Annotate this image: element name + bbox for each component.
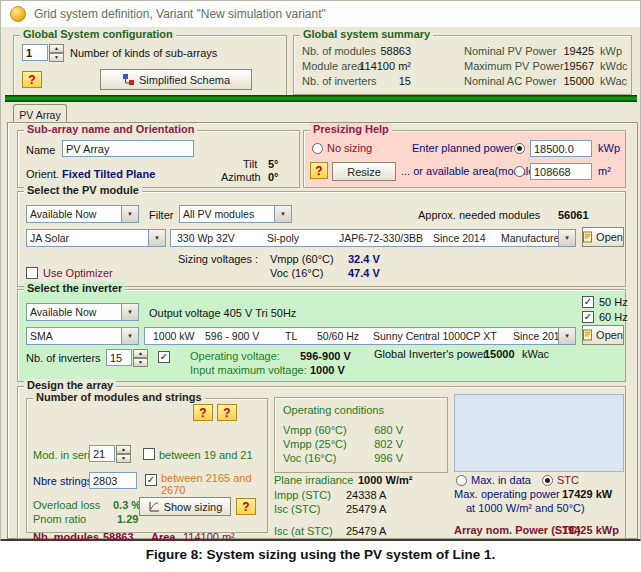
spinner-up-icon[interactable]: ▲ — [49, 44, 64, 53]
input-max-voltage-value: 1000 V — [310, 364, 345, 376]
subarray-kinds-stepper[interactable]: ▲ ▼ — [49, 44, 64, 62]
strings-label: Nbre strings — [33, 475, 92, 487]
impp-stc-value: 24338 A — [346, 489, 386, 501]
presizing-help-button[interactable]: ? — [310, 162, 328, 179]
max-in-data-label: Max. in data — [471, 474, 531, 486]
op-vmpp25-value: 802 V — [353, 438, 403, 450]
strings-input[interactable]: 2803 — [89, 472, 137, 489]
planned-power-radio[interactable] — [514, 143, 525, 154]
green-separator — [5, 95, 637, 102]
output-voltage-label: Output voltage 405 V Tri 50Hz — [149, 307, 296, 319]
spinner-down-icon[interactable]: ▼ — [49, 53, 64, 62]
inverter-group: Select the inverter Available Now ▼ Outp… — [17, 289, 626, 382]
global-config-group: Global System configuration 1 ▲ ▼ Number… — [13, 35, 287, 99]
module-manufacturer-select[interactable]: JA Solar ▼ — [26, 229, 166, 247]
use-optimizer-checkbox[interactable] — [26, 267, 38, 279]
use-optimizer-label: Use Optimizer — [43, 267, 113, 279]
area-unit: m² — [598, 165, 611, 177]
approx-modules-label: Approx. needed modules — [418, 209, 540, 221]
module-open-label: Open — [596, 231, 623, 243]
nb-inverters-label: Nb. of inverters — [26, 352, 101, 364]
voc16-value: 47.4 V — [348, 267, 380, 279]
azimuth-label: Azimuth — [221, 171, 261, 183]
chevron-down-icon[interactable]: ▼ — [121, 206, 138, 222]
subarray-kinds-input[interactable]: 1 — [22, 44, 48, 61]
chevron-down-icon[interactable]: ▼ — [148, 230, 165, 246]
inverter-freq: 50/60 Hz — [317, 330, 359, 342]
grid-system-dialog: Grid system definition, Variant "New sim… — [0, 0, 641, 542]
document-icon — [583, 231, 592, 243]
design-array-group: Design the array Number of modules and s… — [17, 386, 626, 539]
subarray-group: Sub-array name and Orientation Name PV A… — [17, 130, 300, 188]
inverter-power: 1000 kW — [153, 330, 194, 342]
chevron-down-icon[interactable]: ▼ — [558, 328, 575, 344]
inverter-voltage: 596 - 900 V — [205, 330, 259, 342]
area-radio[interactable] — [514, 166, 525, 177]
orient-value: Fixed Tilted Plane — [62, 168, 155, 180]
mod-series-range-checkbox[interactable] — [143, 448, 155, 460]
approx-modules-value: 56061 — [558, 209, 589, 221]
spinner-up-icon[interactable]: ▲ — [116, 445, 131, 454]
max-in-data-radio[interactable] — [456, 475, 467, 486]
simplified-schema-label: Simplified Schema — [139, 74, 230, 86]
tab-pv-array[interactable]: PV Array — [13, 104, 67, 124]
module-availability-select[interactable]: Available Now ▼ — [26, 205, 139, 223]
inverter-model-select[interactable]: 1000 kW 596 - 900 V TL 50/60 Hz Sunny Ce… — [144, 327, 576, 345]
presizing-group: Presizing Help No sizing Enter planned p… — [303, 130, 626, 188]
filter-label: Filter — [149, 209, 173, 221]
freq50-label: 50 Hz — [599, 296, 628, 308]
chevron-down-icon[interactable]: ▼ — [121, 328, 138, 344]
global-summary-title: Global system summary — [300, 28, 433, 40]
chevron-down-icon[interactable]: ▼ — [121, 304, 138, 320]
module-open-button[interactable]: Open — [582, 227, 624, 247]
show-sizing-button[interactable]: Show sizing — [139, 497, 231, 516]
op-vmpp60-label: Vmpp (60°C) — [283, 424, 347, 436]
module-model-select[interactable]: 330 Wp 32V Si-poly JAP6-72-330/3BB Since… — [170, 229, 576, 247]
planned-power-input[interactable]: 18500.0 — [530, 140, 592, 157]
strings-help-button[interactable]: ? — [217, 404, 237, 421]
nb-inverters-input[interactable]: 15 — [106, 349, 132, 366]
inverter-availability-select[interactable]: Available Now ▼ — [26, 303, 139, 321]
isc-at-stc-value: 25479 A — [346, 525, 386, 537]
design-array-title: Design the array — [24, 379, 116, 391]
freq50-checkbox[interactable]: ✓ — [582, 296, 594, 308]
resize-button[interactable]: Resize — [332, 162, 396, 181]
input-max-voltage-label: Input maximum voltage: — [190, 364, 307, 376]
nb-inverters-stepper[interactable]: ▲ ▼ — [133, 349, 148, 367]
spinner-down-icon[interactable]: ▼ — [133, 358, 148, 367]
chevron-down-icon[interactable]: ▼ — [274, 206, 291, 222]
vmpp60-label: Vmpp (60°C) — [270, 253, 334, 265]
op-voc16-value: 996 V — [353, 452, 403, 464]
spinner-down-icon[interactable]: ▼ — [116, 454, 131, 463]
window-title: Grid system definition, Variant "New sim… — [34, 7, 326, 21]
overload-loss-label: Overload loss — [33, 499, 100, 511]
spinner-up-icon[interactable]: ▲ — [133, 349, 148, 358]
operating-voltage-label: Operating voltage: — [190, 350, 280, 362]
area-input[interactable]: 108668 — [530, 163, 592, 180]
orient-label: Orient. — [26, 168, 59, 180]
mod-series-stepper[interactable]: ▲ ▼ — [116, 445, 131, 463]
subarray-name-input[interactable]: PV Array — [62, 140, 194, 157]
simplified-schema-button[interactable]: Simplified Schema — [100, 69, 252, 90]
inverter-type: TL — [285, 330, 297, 342]
chevron-down-icon[interactable]: ▼ — [558, 230, 575, 246]
module-filter-select[interactable]: All PV modules ▼ — [179, 205, 292, 223]
no-sizing-radio[interactable] — [312, 143, 323, 154]
inverter-manufacturer-select[interactable]: SMA ▼ — [26, 327, 139, 345]
strings-range-checkbox[interactable]: ✓ — [145, 474, 157, 486]
modules-strings-group: Number of modules and strings ? ? Mod. i… — [26, 398, 268, 533]
stc-radio[interactable] — [542, 475, 553, 486]
sizing-voltages-label: Sizing voltages : — [178, 253, 258, 265]
config-help-button[interactable]: ? — [22, 71, 42, 88]
series-help-button[interactable]: ? — [193, 404, 213, 421]
inverter-since: Since 2015 — [513, 330, 558, 342]
inverter-open-button[interactable]: Open — [582, 325, 624, 345]
global-inverter-power-label: Global Inverter's power — [374, 348, 487, 360]
sizing-help-button[interactable]: ? — [236, 498, 256, 515]
freq60-checkbox[interactable]: ✓ — [582, 311, 594, 323]
nb-inverters-auto-checkbox[interactable]: ✓ — [158, 351, 170, 363]
mod-series-hint: between 19 and 21 — [159, 449, 253, 461]
mod-series-input[interactable]: 21 — [89, 445, 115, 462]
global-config-title: Global System configuration — [20, 28, 176, 40]
document-icon — [583, 329, 592, 341]
